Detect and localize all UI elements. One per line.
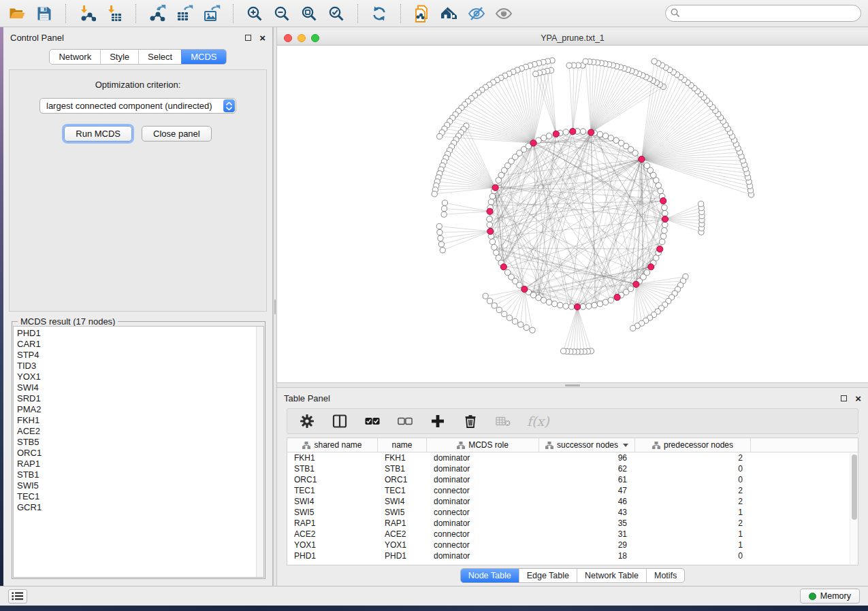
network-mcds-hub-node[interactable] xyxy=(660,198,666,204)
network-leaf-node[interactable] xyxy=(630,325,636,331)
network-leaf-node[interactable] xyxy=(442,206,447,212)
network-node[interactable] xyxy=(517,282,523,288)
table-settings-gear-icon[interactable] xyxy=(298,412,316,430)
network-leaf-node[interactable] xyxy=(487,298,492,303)
column-header-shared-name[interactable]: shared name xyxy=(287,438,378,452)
show-eye-icon[interactable] xyxy=(494,3,514,24)
table-tab-node-table[interactable]: Node Table xyxy=(461,569,519,582)
network-leaf-node[interactable] xyxy=(524,325,529,330)
import-table-icon[interactable] xyxy=(104,3,125,24)
network-node[interactable] xyxy=(644,269,650,276)
memory-button[interactable]: Memory xyxy=(800,589,860,604)
network-leaf-node[interactable] xyxy=(561,348,566,354)
network-node[interactable] xyxy=(492,244,498,250)
mcds-result-item[interactable]: SWI4 xyxy=(17,382,263,393)
network-node[interactable] xyxy=(551,301,558,307)
export-network-icon[interactable] xyxy=(147,3,167,24)
column-header-predecessor-nodes[interactable]: predecessor nodes xyxy=(635,438,751,452)
mcds-result-item[interactable]: TID3 xyxy=(17,361,263,371)
network-leaf-node[interactable] xyxy=(652,59,657,64)
mcds-result-item[interactable]: CAR1 xyxy=(17,339,263,350)
houses-icon[interactable] xyxy=(439,3,460,24)
network-leaf-node[interactable] xyxy=(512,318,517,324)
network-node[interactable] xyxy=(558,302,564,308)
network-leaf-node[interactable] xyxy=(507,315,512,320)
network-leaf-node[interactable] xyxy=(566,63,572,68)
network-node[interactable] xyxy=(608,135,614,142)
column-header-name[interactable]: name xyxy=(378,438,427,452)
mcds-result-item[interactable]: GCR1 xyxy=(17,502,263,513)
add-column-icon[interactable] xyxy=(429,412,447,430)
network-mcds-hub-node[interactable] xyxy=(633,281,639,287)
network-node[interactable] xyxy=(541,297,547,303)
network-node[interactable] xyxy=(488,199,494,205)
network-mcds-hub-node[interactable] xyxy=(574,303,580,310)
table-tab-network-table[interactable]: Network Table xyxy=(577,569,646,582)
network-node[interactable] xyxy=(592,302,598,308)
mcds-result-item[interactable]: TEC1 xyxy=(17,491,263,502)
select-all-rows-icon[interactable] xyxy=(364,412,381,430)
network-leaf-node[interactable] xyxy=(437,133,443,139)
import-network-icon[interactable] xyxy=(77,3,97,24)
network-leaf-node[interactable] xyxy=(502,311,507,316)
mcds-list-scrollbar[interactable] xyxy=(256,327,263,577)
network-leaf-node[interactable] xyxy=(518,322,524,327)
network-node[interactable] xyxy=(660,233,666,240)
mcds-result-item[interactable]: STP4 xyxy=(17,350,263,361)
network-mcds-hub-node[interactable] xyxy=(614,294,620,300)
table-row[interactable]: RAP1RAP1dominator352 xyxy=(287,518,858,529)
network-node[interactable] xyxy=(586,303,592,310)
network-mcds-hub-node[interactable] xyxy=(521,286,528,292)
table-row[interactable]: PHD1PHD1dominator180 xyxy=(287,550,858,561)
float-panel-icon[interactable] xyxy=(245,35,251,41)
table-row[interactable]: SWI4SWI4dominator462 xyxy=(287,496,858,507)
network-mcds-hub-node[interactable] xyxy=(500,264,507,270)
network-mcds-hub-node[interactable] xyxy=(492,184,498,191)
hide-selected-eye-slash-icon[interactable] xyxy=(466,3,487,24)
network-node[interactable] xyxy=(487,216,493,222)
float-table-panel-icon[interactable] xyxy=(841,395,847,401)
network-leaf-node[interactable] xyxy=(583,59,588,64)
deselect-all-rows-icon[interactable] xyxy=(396,412,414,430)
delete-column-icon[interactable] xyxy=(462,412,479,430)
network-node[interactable] xyxy=(658,188,664,194)
network-mcds-hub-node[interactable] xyxy=(530,140,536,146)
network-node[interactable] xyxy=(602,299,609,306)
network-node[interactable] xyxy=(568,303,575,310)
network-mcds-hub-node[interactable] xyxy=(648,264,654,270)
network-leaf-node[interactable] xyxy=(698,201,704,207)
network-node[interactable] xyxy=(644,163,650,169)
network-node[interactable] xyxy=(489,239,496,245)
table-row[interactable]: FKH1FKH1dominator962 xyxy=(287,452,858,463)
mcds-result-item[interactable]: FKH1 xyxy=(17,415,263,426)
network-node[interactable] xyxy=(662,228,668,234)
network-node[interactable] xyxy=(608,297,614,303)
mcds-result-item[interactable]: SRD1 xyxy=(17,393,263,404)
run-mcds-button[interactable]: Run MCDS xyxy=(64,126,132,142)
network-node[interactable] xyxy=(628,286,634,292)
task-history-button[interactable] xyxy=(8,589,27,604)
network-node[interactable] xyxy=(489,193,496,199)
zoom-out-icon[interactable] xyxy=(272,3,292,24)
export-image-icon[interactable] xyxy=(202,3,222,24)
network-node[interactable] xyxy=(546,299,552,306)
mcds-result-item[interactable]: PMA2 xyxy=(17,404,263,415)
network-leaf-node[interactable] xyxy=(438,242,444,247)
mcds-result-item[interactable]: YOX1 xyxy=(17,371,263,382)
table-scrollbar[interactable] xyxy=(850,453,857,564)
network-mcds-hub-node[interactable] xyxy=(657,246,663,252)
mcds-result-item[interactable]: RAP1 xyxy=(17,459,263,469)
network-node[interactable] xyxy=(662,210,668,216)
network-node[interactable] xyxy=(487,222,493,228)
table-row[interactable]: YOX1YOX1connector291 xyxy=(287,540,858,550)
network-leaf-node[interactable] xyxy=(483,293,488,299)
network-leaf-node[interactable] xyxy=(437,229,443,235)
table-tab-motifs[interactable]: Motifs xyxy=(646,569,684,582)
zoom-in-icon[interactable] xyxy=(244,3,265,24)
network-mcds-hub-node[interactable] xyxy=(553,131,559,137)
network-mcds-hub-node[interactable] xyxy=(570,129,576,135)
tab-network[interactable]: Network xyxy=(50,50,100,64)
mcds-result-item[interactable]: STB5 xyxy=(17,437,263,448)
close-table-panel-icon[interactable]: × xyxy=(855,395,861,401)
network-node[interactable] xyxy=(563,303,569,310)
